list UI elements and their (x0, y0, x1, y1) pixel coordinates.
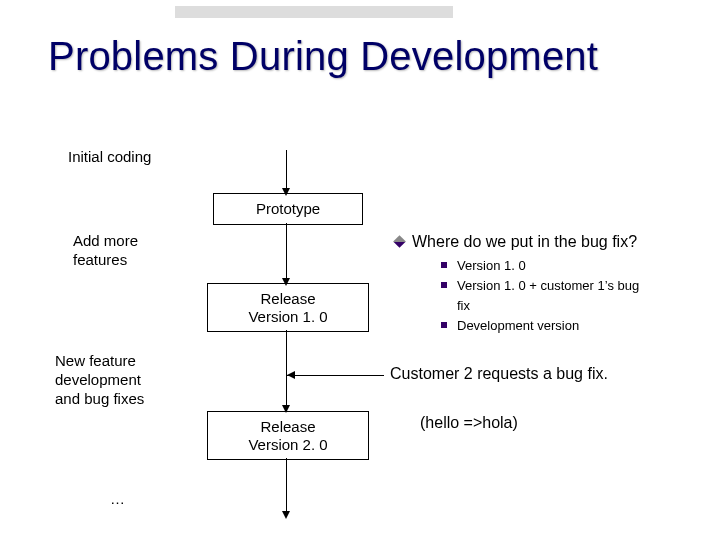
option-text-continued: fix (441, 296, 470, 316)
box-label-line: Release (260, 418, 315, 435)
label-initial-coding: Initial coding (68, 148, 151, 167)
label-new-feature-development: New feature development and bug fixes (55, 352, 185, 408)
diamond-bullet-icon (393, 235, 406, 248)
option-text: Version 1. 0 + customer 1’s bug (457, 278, 639, 293)
box-label: Prototype (256, 200, 320, 218)
text-line: Add more (73, 232, 138, 249)
option-item: Version 1. 0 + customer 1’s bug fix (441, 276, 691, 316)
box-label-line: Version 2. 0 (248, 436, 327, 453)
square-bullet-icon (441, 282, 447, 288)
decorative-top-bar (175, 6, 453, 18)
label-customer-2-request: Customer 2 requests a bug fix. (390, 365, 608, 383)
box-release-1: Release Version 1. 0 (207, 283, 369, 332)
arrowhead-down-icon (282, 188, 290, 196)
arrowhead-left-icon (287, 371, 295, 379)
arrow-segment (286, 150, 287, 193)
square-bullet-icon (441, 262, 447, 268)
slide: Problems During Development Initial codi… (0, 0, 720, 540)
text-line: and bug fixes (55, 390, 144, 407)
square-bullet-icon (441, 322, 447, 328)
option-text: Version 1. 0 (457, 258, 526, 273)
option-item: Version 1. 0 (441, 256, 691, 276)
arrowhead-down-icon (282, 278, 290, 286)
box-release-2: Release Version 2. 0 (207, 411, 369, 460)
arrow-segment (286, 223, 287, 283)
box-label-line: Release (260, 290, 315, 307)
option-text: Development version (457, 318, 579, 333)
text-line: features (73, 251, 127, 268)
question-text: Where do we put in the bug fix? (412, 233, 637, 250)
text-line: New feature (55, 352, 136, 369)
label-ellipsis: … (110, 490, 125, 509)
arrowhead-down-icon (282, 511, 290, 519)
label-add-more-features: Add more features (73, 232, 138, 270)
label-example-translation: (hello =>hola) (420, 414, 518, 432)
option-item: Development version (441, 316, 691, 336)
question-bullet: Where do we put in the bug fix? (395, 233, 637, 251)
text-line: development (55, 371, 141, 388)
arrow-segment (286, 375, 384, 376)
box-prototype: Prototype (213, 193, 363, 225)
options-list: Version 1. 0 Version 1. 0 + customer 1’s… (441, 256, 691, 337)
arrow-segment (286, 458, 287, 516)
slide-title: Problems During Development (48, 34, 598, 78)
box-label-line: Version 1. 0 (248, 308, 327, 325)
arrowhead-down-icon (282, 405, 290, 413)
